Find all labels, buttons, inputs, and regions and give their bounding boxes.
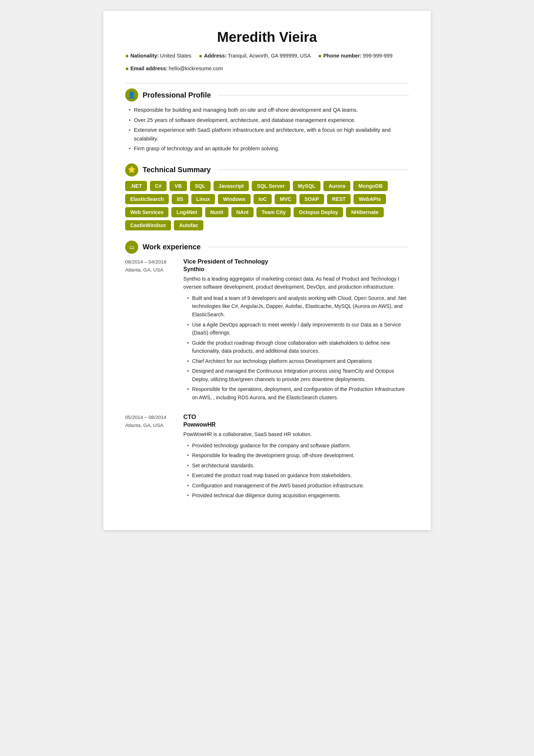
address-label: Address:	[204, 51, 227, 61]
skill-tag: NAnt	[231, 207, 254, 217]
work-location-2: Atlanta, GA, USA	[125, 421, 172, 430]
skill-tag: REST	[327, 194, 351, 204]
work-bullet: Guide the product roadmap through close …	[187, 339, 409, 355]
skill-tag: IIS	[172, 194, 188, 204]
work-bullet: Provided technology guidance for the com…	[187, 442, 409, 450]
skill-tag: SOAP	[299, 194, 324, 204]
profile-bullet: Over 25 years of software development, a…	[129, 116, 409, 125]
nationality-value: United States	[160, 51, 191, 61]
work-bullet: Responsible for the operations, deployme…	[187, 385, 409, 401]
work-bullet: Built and lead a team of 9 developers an…	[187, 294, 409, 319]
candidate-name: Meredith Vieira	[125, 29, 409, 45]
technical-section-header: ⭐ Technical Summary	[125, 163, 409, 177]
work-icon: 🗂	[125, 241, 138, 254]
skill-tag: NHibernate	[346, 207, 383, 217]
work-bullets-1: Built and lead a team of 9 developers an…	[183, 294, 409, 401]
work-content-1: Vice President of Technology Synthio Syn…	[183, 258, 409, 403]
work-daterange-1: 08/2014 – 04/2018	[125, 258, 172, 266]
skill-tag: CastleWindsor	[125, 220, 171, 230]
skill-tag: MVC	[275, 194, 296, 204]
skill-tag: SQL Server	[252, 181, 290, 191]
work-title: Work experience	[143, 243, 201, 251]
skill-tag: MySQL	[293, 181, 321, 191]
work-daterange-2: 05/2014 – 08/2014	[125, 413, 172, 421]
skill-tag: Team City	[256, 207, 291, 217]
skill-tag: IoC	[254, 194, 272, 204]
phone-item: ● Phone number: 999-999-999	[318, 50, 392, 62]
work-bullet: Configuration and management of the AWS …	[187, 482, 409, 490]
work-content-2: CTO PowwowHR PowWowHR is a collaborative…	[183, 413, 409, 502]
contact-row-1: ● Nationality: United States ● Address: …	[125, 50, 409, 62]
skill-tag: WebAPIs	[354, 194, 386, 204]
address-value: Tranquil, Acworth, GA 999999, USA	[228, 51, 311, 61]
work-bullet: Responsible for leading the development …	[187, 451, 409, 460]
profile-section-header: 👤 Professional Profile	[125, 88, 409, 102]
email-label: Email address:	[130, 64, 167, 74]
email-value: hello@kickresume.com	[169, 64, 223, 74]
profile-bullets: Responsible for building and managing bo…	[125, 106, 409, 153]
skill-tag: MongoDB	[353, 181, 387, 191]
contact-row-2: ● Email address: hello@kickresume.com	[125, 63, 409, 74]
address-item: ● Address: Tranquil, Acworth, GA 999999,…	[199, 50, 311, 62]
dot-icon-3: ●	[318, 50, 322, 62]
tags-container: .NETC#VBSQLJavascriptSQL ServerMySQLAuro…	[125, 181, 409, 230]
work-entry-2: 05/2014 – 08/2014 Atlanta, GA, USA CTO P…	[125, 413, 409, 502]
technical-section: ⭐ Technical Summary .NETC#VBSQLJavascrip…	[125, 163, 409, 230]
work-date-2: 05/2014 – 08/2014 Atlanta, GA, USA	[125, 413, 172, 502]
skill-tag: Nunit	[205, 207, 228, 217]
work-bullet: Chief Architect for our technology platf…	[187, 357, 409, 365]
skill-tag: Linux	[191, 194, 215, 204]
dot-icon-4: ●	[125, 63, 129, 74]
work-bullet: Use a Agile DevOps approach to meet week…	[187, 321, 409, 337]
skill-tag: Octopus Deploy	[294, 207, 343, 217]
dot-icon-2: ●	[199, 50, 202, 62]
work-company-1: Synthio	[183, 266, 409, 273]
technical-title: Technical Summary	[143, 166, 211, 174]
skill-tag: C#	[150, 181, 167, 191]
header: Meredith Vieira ● Nationality: United St…	[125, 29, 409, 74]
work-date-1: 08/2014 – 04/2018 Atlanta, GA, USA	[125, 258, 172, 403]
phone-value: 999-999-999	[363, 51, 392, 61]
profile-title-line	[218, 95, 409, 95]
email-item: ● Email address: hello@kickresume.com	[125, 63, 223, 74]
dot-icon: ●	[125, 50, 129, 62]
skill-tag: Aurora	[323, 181, 350, 191]
skill-tag: Web Services	[125, 207, 168, 217]
profile-bullet: Firm grasp of technology and an aptitude…	[129, 145, 409, 153]
work-desc-2: PowWowHR is a collaborative, SaaS based …	[183, 430, 409, 439]
technical-title-line	[218, 170, 409, 170]
work-entry-1: 08/2014 – 04/2018 Atlanta, GA, USA Vice …	[125, 258, 409, 403]
profile-icon: 👤	[125, 88, 138, 102]
work-job-title-2: CTO	[183, 413, 409, 421]
resume-page: Meredith Vieira ● Nationality: United St…	[103, 11, 431, 530]
work-section-header: 🗂 Work experience	[125, 241, 409, 254]
profile-bullet: Extensive experience with SaaS platform …	[129, 126, 409, 143]
work-section: 🗂 Work experience 08/2014 – 04/2018 Atla…	[125, 241, 409, 502]
work-company-2: PowwowHR	[183, 421, 409, 428]
work-bullet: Set architectural standards.	[187, 462, 409, 470]
profile-title: Professional Profile	[143, 91, 211, 99]
work-bullets-2: Provided technology guidance for the com…	[183, 442, 409, 500]
nationality-label: Nationality:	[130, 51, 159, 61]
work-bullet: Provided technical due diligence during …	[187, 491, 409, 500]
skill-tag: VB	[170, 181, 187, 191]
skill-tag: .NET	[125, 181, 147, 191]
work-desc-1: Synthio Is a leading aggregator of marke…	[183, 275, 409, 291]
skill-tag: Log4Net	[171, 207, 202, 217]
phone-label: Phone number:	[323, 51, 362, 61]
contact-info: ● Nationality: United States ● Address: …	[125, 50, 409, 74]
skill-tag: Javascript	[214, 181, 249, 191]
skill-tag: Windows	[218, 194, 251, 204]
skill-tag: ElasticSearch	[125, 194, 169, 204]
profile-section: 👤 Professional Profile Responsible for b…	[125, 88, 409, 153]
work-job-title-1: Vice President of Technology	[183, 258, 409, 265]
skill-tag: Autofac	[174, 220, 203, 230]
work-title-line	[208, 247, 409, 247]
work-location-1: Atlanta, GA, USA	[125, 266, 172, 274]
skill-tag: SQL	[190, 181, 211, 191]
header-divider	[125, 83, 409, 83]
work-bullet: Designed and managed the Continuous Inte…	[187, 367, 409, 383]
nationality-item: ● Nationality: United States	[125, 50, 191, 62]
technical-icon: ⭐	[125, 163, 138, 177]
work-bullet: Executed the product road map based on g…	[187, 471, 409, 480]
